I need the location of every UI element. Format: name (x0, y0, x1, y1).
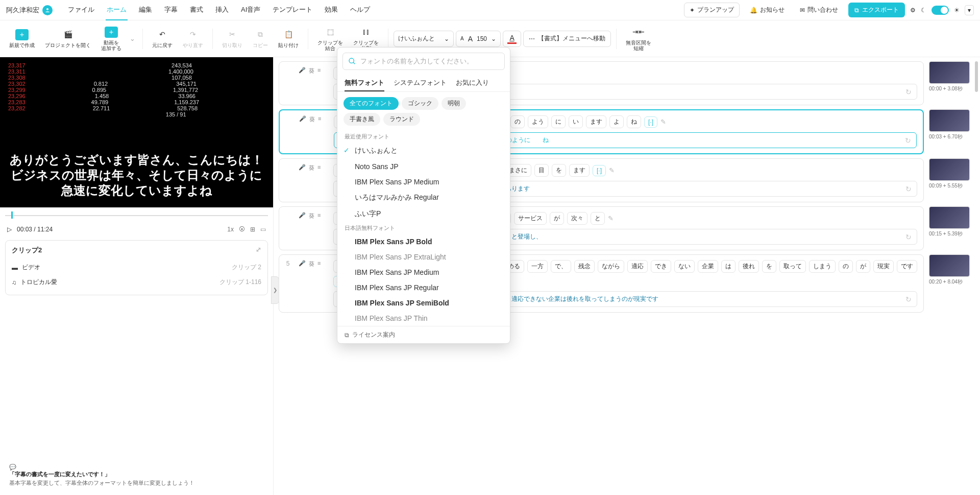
menu-icon[interactable]: ≡ (317, 164, 321, 170)
menu-字幕[interactable]: 字幕 (163, 0, 179, 20)
clip-thumbnail[interactable]: 00:20 + 8.04秒 (929, 254, 975, 286)
token[interactable]: ます (586, 115, 606, 128)
refresh-icon[interactable]: ↻ (905, 295, 912, 303)
font-item[interactable]: IBM Plex Sans JP Regular (337, 280, 510, 295)
clip-thumbnail[interactable]: 00:15 + 5.39秒 (929, 206, 975, 238)
scrollbar[interactable] (975, 61, 978, 92)
chevron-down-icon[interactable]: ⌄ (128, 35, 137, 42)
clip-thumbnail[interactable]: 00:03 + 6.70秒 (929, 109, 975, 140)
token[interactable]: は (721, 260, 736, 273)
token[interactable]: よう (528, 115, 548, 128)
goto-format-button[interactable]: ⋯【書式】メニューへ移動 (523, 31, 611, 47)
pencil-icon[interactable]: ✎ (609, 167, 615, 174)
token[interactable]: を (762, 260, 776, 273)
menu-書式[interactable]: 書式 (189, 0, 204, 20)
camera-icon[interactable]: ⦿ (239, 226, 245, 233)
add-video-button[interactable]: ＋動画を 追加する (97, 25, 126, 53)
font-item[interactable]: IBM Plex Sans JP Thin (337, 311, 510, 326)
export-button[interactable]: ⧉ エクスポート (848, 3, 905, 17)
font-item[interactable]: IBM Plex Sans JP Bold (337, 234, 510, 249)
video-preview[interactable]: 23,317243,53423,3111,400,00023,308107,05… (0, 57, 273, 207)
token[interactable]: の (510, 115, 525, 128)
theme-toggle[interactable] (932, 6, 949, 15)
grid-icon[interactable]: ⊞ (250, 226, 255, 233)
rect-icon[interactable]: ▭ (260, 226, 266, 233)
play-icon[interactable]: ▷ (7, 226, 12, 233)
token[interactable]: い (569, 115, 583, 128)
refresh-icon[interactable]: ↻ (905, 88, 912, 96)
token[interactable]: 企業 (698, 260, 718, 273)
token[interactable]: [·] (593, 165, 606, 176)
menu-挿入[interactable]: 挿入 (214, 0, 230, 20)
font-item[interactable]: けいふぉんと (337, 143, 510, 159)
font-chip[interactable]: 全てのフォント (344, 97, 399, 110)
token[interactable]: と (591, 212, 605, 225)
font-item[interactable]: ふい字P (337, 206, 510, 222)
pencil-icon[interactable]: ✎ (608, 215, 614, 222)
menu-ホーム[interactable]: ホーム (106, 0, 128, 20)
token[interactable]: でき (651, 260, 671, 273)
token[interactable]: ます (569, 164, 590, 177)
token[interactable]: 次々 (567, 212, 587, 225)
token[interactable]: に (551, 115, 566, 128)
token[interactable]: が (856, 260, 870, 273)
token[interactable]: です (897, 260, 917, 273)
menu-icon[interactable]: ≡ (317, 260, 321, 266)
font-item[interactable]: IBM Plex Sans JP Medium (337, 174, 510, 190)
plan-up-button[interactable]: ✦ プランアップ (684, 3, 740, 17)
open-project-button[interactable]: 🎬プロジェクトを開く (41, 27, 95, 50)
chevron-down-icon[interactable]: ▾ (965, 5, 974, 15)
token[interactable]: 一方 (527, 260, 548, 273)
font-chip[interactable]: ラウンド (383, 113, 420, 126)
font-item[interactable]: IBM Plex Sans JP SemiBold (337, 295, 510, 311)
font-chip[interactable]: 手書き風 (344, 113, 380, 126)
token[interactable]: 適応 (627, 260, 648, 273)
token[interactable]: で、 (551, 260, 571, 273)
font-item[interactable]: Noto Sans JP (337, 159, 510, 174)
gear-icon[interactable]: ⚙ (910, 7, 916, 14)
menu-icon[interactable]: ≡ (317, 67, 321, 73)
font-item[interactable]: IBM Plex Sans JP ExtraLight (337, 249, 510, 265)
token[interactable]: よ (609, 115, 624, 128)
timeline[interactable] (5, 210, 268, 220)
menu-テンプレート[interactable]: テンプレート (272, 0, 313, 20)
font-select[interactable]: けいふぉんと⌄ (394, 31, 454, 47)
token[interactable]: を (552, 164, 566, 177)
token[interactable]: ない (674, 260, 695, 273)
menu-icon[interactable]: ≡ (318, 115, 321, 122)
token[interactable]: 後れ (739, 260, 759, 273)
redo-button[interactable]: ↷やり直す (179, 27, 207, 50)
clip-thumbnail[interactable]: 00:00 + 3.08秒 (929, 61, 975, 92)
license-link[interactable]: ⧉ ライセンス案内 (337, 326, 510, 343)
menu-ファイル[interactable]: ファイル (67, 0, 95, 20)
font-tab[interactable]: 無料フォント (345, 75, 384, 91)
playhead[interactable] (11, 211, 13, 219)
undo-button[interactable]: ↶元に戻す (148, 27, 177, 50)
refresh-icon[interactable]: ↻ (905, 233, 912, 241)
token[interactable]: 取って (779, 260, 806, 273)
font-size-select[interactable]: AA150⌄ (456, 31, 501, 47)
font-tab[interactable]: システムフォント (394, 75, 447, 91)
user-badge[interactable]: 阿久津和宏 (6, 5, 53, 15)
clip-thumbnail[interactable]: 00:09 + 5.55秒 (929, 158, 975, 190)
token[interactable]: しまう (809, 260, 836, 273)
playback-rate[interactable]: 1x (227, 226, 234, 233)
clip-row[interactable]: ▬ビデオクリップ 2 (12, 260, 261, 275)
font-item[interactable]: IBM Plex Sans JP Medium (337, 265, 510, 280)
token[interactable]: サービス (514, 212, 547, 225)
shorten-silence-button[interactable]: ⇥⇤無音区間を 短縮 (622, 25, 655, 53)
token[interactable]: の (839, 260, 853, 273)
notice-button[interactable]: 🔔 お知らせ (745, 3, 790, 17)
expand-icon[interactable]: ⤢ (256, 246, 261, 255)
font-tab[interactable]: お気に入り (456, 75, 489, 91)
token[interactable]: が (550, 212, 564, 225)
refresh-icon[interactable]: ↻ (905, 136, 911, 145)
token[interactable]: ながら (598, 260, 624, 273)
menu-効果[interactable]: 効果 (324, 0, 339, 20)
font-search-input[interactable]: フォントの名前を入力してください。 (342, 53, 505, 70)
pencil-icon[interactable]: ✎ (660, 118, 666, 126)
menu-編集[interactable]: 編集 (138, 0, 153, 20)
copy-button[interactable]: ⧉コピー (249, 27, 272, 50)
font-color-button[interactable]: A (503, 31, 521, 47)
token[interactable]: 現実 (873, 260, 894, 273)
